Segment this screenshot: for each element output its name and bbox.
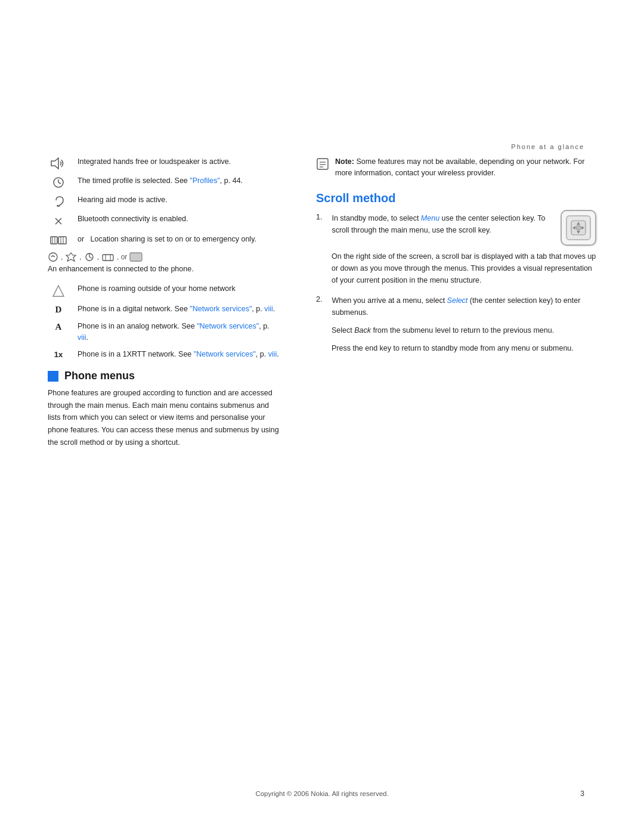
enhancement-row: , , , , or An enhancement is connected t…	[48, 252, 280, 275]
network-services-link-1[interactable]: "Network services"	[190, 305, 252, 313]
network-services-link-2[interactable]: "Network services"	[197, 322, 259, 330]
timed-profile-icon	[48, 175, 69, 188]
svg-point-11	[49, 253, 57, 261]
hearing-aid-icon	[48, 194, 69, 208]
right-column: Note: Some features may not be available…	[304, 156, 596, 448]
note-label: Note:	[335, 157, 354, 166]
step-1-num: 1.	[316, 212, 322, 221]
network-services-link-3b[interactable]: viii	[268, 350, 277, 358]
note-text: Some features may not be available, depe…	[335, 157, 584, 177]
bluetooth-icon	[48, 213, 69, 228]
svg-rect-16	[103, 255, 113, 261]
step-2-num: 2.	[316, 295, 322, 304]
scroll-method-title: Scroll method	[316, 191, 596, 205]
list-item: Phone is roaming outside of your home ne…	[48, 283, 280, 298]
network-services-link-1b[interactable]: viii	[264, 305, 273, 313]
svg-point-4	[57, 205, 59, 207]
step-2-link-select: Select	[447, 296, 468, 305]
list-item: D Phone is in a digital network. See "Ne…	[48, 304, 280, 315]
svg-rect-21	[317, 159, 328, 169]
page: Phone at a glance Integrated hands free …	[0, 0, 644, 833]
step-2-content: When you arrive at a menu, select Select…	[332, 295, 596, 318]
back-link: Back	[354, 326, 371, 335]
roaming-icon	[48, 283, 69, 298]
blue-square-icon	[48, 371, 58, 382]
enhancement-text: An enhancement is connected to the phone…	[48, 264, 280, 275]
step-2-header: 2. When you arrive at a menu, select Sel…	[316, 295, 596, 318]
phone-menus-title: Phone menus	[64, 370, 135, 382]
step-1-header: 1.	[316, 212, 596, 246]
analog-network-text: Phone is in an analog network. See "Netw…	[78, 321, 280, 343]
step-1-content: In standby mode, to select Menu use the …	[332, 212, 596, 246]
step-1-block: 1.	[316, 212, 596, 286]
analog-network-icon: A	[48, 321, 69, 332]
step-1-text-before: In standby mode, to select	[332, 214, 420, 222]
1xrtt-text: Phone is in a 1XRTT network. See "Networ…	[78, 349, 280, 360]
hearing-aid-text: Hearing aid mode is active.	[78, 194, 280, 206]
scroll-key-icon	[570, 219, 587, 236]
phone-menus-header: Phone menus	[48, 370, 280, 382]
location-icon	[48, 234, 69, 246]
svg-marker-12	[66, 253, 76, 261]
step-2-extra-2: Press the end key to return to standby m…	[332, 342, 596, 354]
svg-line-15	[89, 257, 92, 258]
device-button-image	[561, 210, 596, 246]
step-2-text-before: When you arrive at a menu, select	[332, 296, 447, 305]
timed-profile-text: The timed profile is selected. See "Prof…	[78, 175, 280, 187]
svg-rect-19	[130, 253, 142, 261]
page-footer: Copyright © 2006 Nokia. All rights reser…	[0, 790, 644, 797]
svg-marker-20	[53, 286, 64, 296]
network-services-link-2b[interactable]: viii	[78, 333, 86, 342]
location-text: or Location sharing is set to on or to e…	[78, 234, 280, 245]
digital-network-icon: D	[48, 304, 69, 315]
step-2-extra-1: Select Back from the submenu level to re…	[332, 324, 596, 354]
svg-rect-8	[58, 237, 66, 244]
speaker-icon	[48, 156, 69, 169]
svg-point-30	[576, 225, 581, 230]
list-item: or Location sharing is set to on or to e…	[48, 234, 280, 246]
list-item: 1x Phone is in a 1XRTT network. See "Net…	[48, 349, 280, 360]
page-header: Phone at a glance	[0, 0, 644, 156]
left-column: Integrated hands free or loudspeaker is …	[48, 156, 280, 448]
digital-network-text: Phone is in a digital network. See "Netw…	[78, 304, 280, 315]
note-content: Note: Some features may not be available…	[335, 156, 596, 179]
enhancement-icons: , , , , or	[48, 252, 280, 262]
bluetooth-text: Bluetooth connectivity is enabled.	[78, 213, 280, 225]
note-box: Note: Some features may not be available…	[316, 156, 596, 179]
step-1-link-menu: Menu	[421, 214, 439, 222]
step-1-extra: On the right side of the screen, a scrol…	[332, 250, 596, 286]
1xrtt-icon: 1x	[48, 349, 69, 359]
svg-line-3	[58, 182, 61, 184]
phone-menus-body: Phone features are grouped according to …	[48, 387, 280, 448]
roaming-text: Phone is roaming outside of your home ne…	[78, 283, 280, 295]
page-number: 3	[580, 789, 584, 798]
list-item: Hearing aid mode is active.	[48, 194, 280, 208]
network-services-link-3[interactable]: "Network services"	[194, 350, 256, 358]
note-icon	[316, 157, 329, 171]
footer-copyright: Copyright © 2006 Nokia. All rights reser…	[255, 790, 388, 797]
svg-rect-5	[51, 237, 57, 244]
list-item: A Phone is in an analog network. See "Ne…	[48, 321, 280, 343]
list-item: Bluetooth connectivity is enabled.	[48, 213, 280, 228]
step-2-block: 2. When you arrive at a menu, select Sel…	[316, 295, 596, 354]
chapter-title: Phone at a glance	[511, 143, 584, 150]
list-item: The timed profile is selected. See "Prof…	[48, 175, 280, 188]
handsfree-text: Integrated hands free or loudspeaker is …	[78, 156, 280, 168]
profiles-link[interactable]: "Profiles"	[190, 176, 220, 185]
svg-marker-0	[51, 158, 58, 169]
list-item: Integrated hands free or loudspeaker is …	[48, 156, 280, 169]
